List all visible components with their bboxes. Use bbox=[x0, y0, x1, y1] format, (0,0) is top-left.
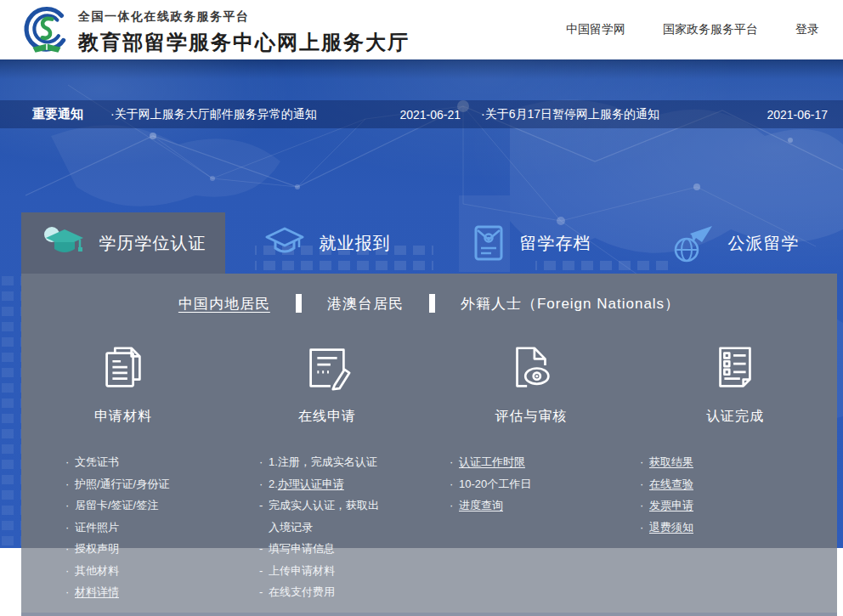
subtab-separator bbox=[429, 294, 435, 313]
platform-label: 全国一体化在线政务服务平台 bbox=[78, 9, 410, 25]
notice-link[interactable]: ·关于网上服务大厅邮件服务异常的通知 bbox=[110, 107, 317, 122]
list-item: ·文凭证书 bbox=[65, 451, 225, 473]
completion-list: ·获取结果 ·在线查验 ·发票申请 ·退费须知 bbox=[633, 451, 837, 603]
subtab-hk-macao-taiwan[interactable]: 港澳台居民 bbox=[327, 294, 404, 314]
site-title-block: 全国一体化在线政务服务平台 教育部留学服务中心网上服务大厅 bbox=[78, 9, 410, 56]
get-result-link[interactable]: ·获取结果 bbox=[640, 451, 837, 473]
document-eye-icon bbox=[505, 342, 557, 394]
list-item: ·授权声明 bbox=[65, 538, 225, 560]
step-application-materials: 申请材料 bbox=[21, 335, 225, 426]
page: 全国一体化在线政务服务平台 教育部留学服务中心网上服务大厅 中国留学网 国家政务… bbox=[0, 0, 843, 616]
step-evaluation-review: 评估与审核 bbox=[429, 335, 633, 426]
tab-degree-certification[interactable]: 学历学位认证 bbox=[21, 212, 225, 274]
materials-detail-link[interactable]: ·材料详情 bbox=[65, 581, 225, 603]
notice-link[interactable]: ·关于6月17日暂停网上服务的通知 bbox=[481, 107, 659, 122]
step-title: 评估与审核 bbox=[429, 408, 633, 426]
archive-document-icon bbox=[472, 223, 506, 263]
progress-inquiry-link[interactable]: ·进度查询 bbox=[450, 494, 633, 517]
process-steps: 申请材料 在线申请 bbox=[21, 335, 837, 426]
notice-item: ·关于网上服务大厅邮件服务异常的通知 2021-06-21 bbox=[110, 107, 461, 122]
list-item: ·1.注册，完成实名认证 bbox=[259, 451, 429, 473]
nav-link-national-gov-platform[interactable]: 国家政务服务平台 bbox=[663, 22, 758, 37]
notice-date: 2021-06-21 bbox=[399, 108, 461, 122]
list-item: -在线支付费用 bbox=[259, 581, 429, 603]
subtab-mainland-residents[interactable]: 中国内地居民 bbox=[178, 294, 270, 314]
step-detail-lists: ·文凭证书 ·护照/通行证/身份证 ·居留卡/签证/签注 ·证件照片 ·授权声明… bbox=[21, 451, 837, 603]
online-application-list: ·1.注册，完成实名认证 ·2.办理认证申请 -完成实人认证，获取出 入境记录 … bbox=[225, 451, 429, 603]
service-tabs: 学历学位认证 就业报到 留学存档 bbox=[21, 212, 837, 274]
tab-government-sponsored-study[interactable]: 公派留学 bbox=[633, 212, 837, 274]
graduation-cap-outline-icon bbox=[264, 225, 305, 261]
invoice-application-link[interactable]: ·发票申请 bbox=[640, 494, 837, 517]
tab-employment-registration[interactable]: 就业报到 bbox=[225, 212, 429, 274]
notice-bar: 重要通知 ·关于网上服务大厅邮件服务异常的通知 2021-06-21 ·关于6月… bbox=[0, 100, 843, 128]
subtab-separator bbox=[296, 294, 302, 313]
form-pencil-icon bbox=[301, 342, 354, 394]
resident-subtabs: 中国内地居民 港澳台居民 外籍人士（Foreign Nationals） bbox=[21, 274, 837, 319]
list-item: -上传申请材料 bbox=[259, 560, 429, 582]
tab-label: 学历学位认证 bbox=[99, 232, 207, 255]
cscse-logo-icon bbox=[22, 4, 71, 57]
checklist-icon bbox=[709, 342, 761, 394]
nav-link-china-study-abroad[interactable]: 中国留学网 bbox=[566, 22, 625, 37]
site-header: 全国一体化在线政务服务平台 教育部留学服务中心网上服务大厅 中国留学网 国家政务… bbox=[0, 0, 843, 59]
header-nav: 中国留学网 国家政务服务平台 登录 bbox=[566, 0, 819, 59]
tab-label: 留学存档 bbox=[520, 232, 591, 255]
online-verification-link[interactable]: ·在线查验 bbox=[640, 473, 837, 495]
login-link[interactable]: 登录 bbox=[795, 22, 819, 37]
page-title: 教育部留学服务中心网上服务大厅 bbox=[78, 29, 410, 56]
list-item: ·10-20个工作日 bbox=[450, 473, 633, 495]
refund-notice-link[interactable]: ·退费须知 bbox=[640, 517, 837, 539]
materials-list: ·文凭证书 ·护照/通行证/身份证 ·居留卡/签证/签注 ·证件照片 ·授权声明… bbox=[21, 451, 225, 603]
evaluation-list: ·认证工作时限 ·10-20个工作日 ·进度查询 bbox=[429, 451, 633, 603]
step-certification-complete: 认证完成 bbox=[633, 335, 837, 426]
documents-icon bbox=[97, 342, 150, 394]
step-title: 申请材料 bbox=[21, 408, 225, 426]
subtab-foreign-nationals[interactable]: 外籍人士（Foreign Nationals） bbox=[461, 294, 680, 314]
tab-study-abroad-archives[interactable]: 留学存档 bbox=[429, 212, 633, 274]
plane-globe-icon bbox=[671, 223, 714, 263]
notice-item: ·关于6月17日暂停网上服务的通知 2021-06-17 bbox=[481, 107, 828, 122]
step-online-application: 在线申请 bbox=[225, 335, 429, 426]
list-item: ·居留卡/签证/签注 bbox=[65, 494, 225, 517]
list-item: -完成实人认证，获取出 入境记录 bbox=[259, 494, 429, 538]
notice-label: 重要通知 bbox=[32, 106, 110, 122]
notice-date: 2021-06-17 bbox=[767, 108, 828, 122]
apply-certification-link[interactable]: ·2.办理认证申请 bbox=[259, 473, 429, 495]
step-title: 认证完成 bbox=[633, 408, 837, 426]
certification-time-limit-link[interactable]: ·认证工作时限 bbox=[450, 451, 633, 473]
list-item: ·证件照片 bbox=[65, 517, 225, 539]
tab-label: 公派留学 bbox=[728, 232, 800, 255]
graduation-cap-icon bbox=[41, 224, 85, 262]
content-panel: 中国内地居民 港澳台居民 外籍人士（Foreign Nationals） 申请材… bbox=[21, 274, 837, 616]
list-item: -填写申请信息 bbox=[259, 538, 429, 560]
list-item: ·其他材料 bbox=[65, 560, 225, 582]
tab-label: 就业报到 bbox=[320, 232, 391, 255]
step-title: 在线申请 bbox=[225, 408, 429, 426]
list-item: ·护照/通行证/身份证 bbox=[65, 473, 225, 495]
